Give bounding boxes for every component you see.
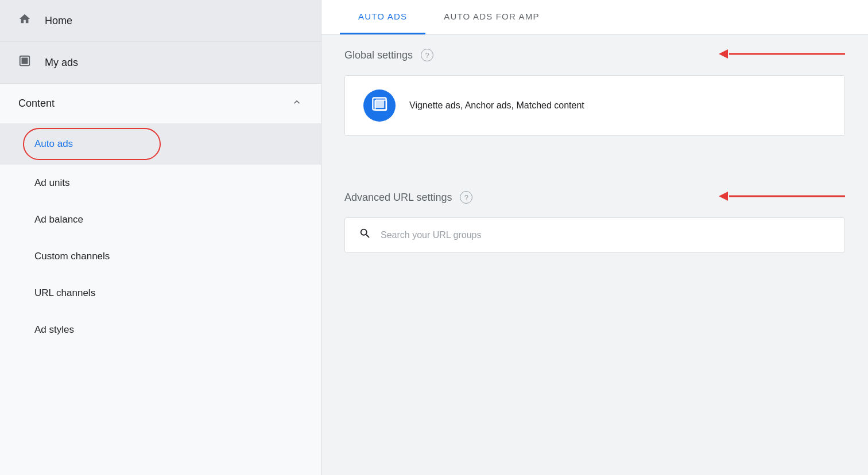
- home-icon: [18, 13, 31, 29]
- ad-unit-icon: [371, 96, 388, 115]
- url-groups-search-card[interactable]: Search your URL groups: [344, 217, 845, 253]
- tab-bar: AUTO ADS AUTO ADS FOR AMP: [321, 0, 868, 35]
- advanced-url-settings-header: Advanced URL settings ?: [321, 177, 868, 217]
- advanced-url-settings-help-icon[interactable]: ?: [460, 191, 472, 204]
- my-ads-icon: [18, 54, 31, 71]
- section-spacer-2: [321, 163, 868, 177]
- ad-balance-label: Ad balance: [34, 214, 83, 225]
- global-settings-card[interactable]: Vignette ads, Anchor ads, Matched conten…: [344, 75, 845, 136]
- global-settings-help-icon[interactable]: ?: [421, 49, 433, 61]
- svg-marker-3: [719, 49, 728, 59]
- url-groups-search-placeholder: Search your URL groups: [381, 230, 482, 240]
- custom-channels-label: Custom channels: [34, 251, 110, 262]
- svg-rect-5: [375, 100, 384, 108]
- sidebar-item-url-channels[interactable]: URL channels: [0, 275, 321, 312]
- sidebar-item-custom-channels[interactable]: Custom channels: [0, 238, 321, 275]
- sidebar-item-ad-balance[interactable]: Ad balance: [0, 201, 321, 238]
- advanced-url-settings-title: Advanced URL settings: [344, 192, 452, 204]
- global-settings-card-text: Vignette ads, Anchor ads, Matched conten…: [409, 100, 584, 111]
- global-settings-title: Global settings: [344, 49, 413, 61]
- advanced-url-settings-content: Search your URL groups: [321, 217, 868, 253]
- sidebar-section-content[interactable]: Content: [0, 84, 321, 123]
- sidebar-item-my-ads[interactable]: My ads: [0, 42, 321, 84]
- main-content: AUTO ADS AUTO ADS FOR AMP Global setting…: [321, 0, 868, 475]
- svg-marker-8: [719, 192, 728, 201]
- sidebar: Home My ads Content Auto ads Ad units Ad…: [0, 0, 321, 475]
- search-icon: [359, 227, 371, 243]
- advanced-url-settings-section: Advanced URL settings ?: [321, 177, 868, 253]
- home-label: Home: [45, 15, 72, 27]
- svg-rect-1: [22, 58, 28, 64]
- tab-auto-ads[interactable]: AUTO ADS: [340, 0, 425, 34]
- auto-ads-label: Auto ads: [34, 133, 73, 155]
- tab-auto-ads-amp[interactable]: AUTO ADS FOR AMP: [425, 0, 557, 34]
- global-settings-header: Global settings ?: [321, 35, 868, 75]
- sidebar-item-auto-ads[interactable]: Auto ads: [0, 123, 321, 165]
- chevron-up-icon: [291, 96, 303, 111]
- section-spacer-1: [321, 150, 868, 163]
- sidebar-item-home[interactable]: Home: [0, 0, 321, 42]
- sidebar-item-ad-units[interactable]: Ad units: [0, 165, 321, 201]
- sidebar-item-ad-styles[interactable]: Ad styles: [0, 312, 321, 348]
- global-settings-content: Vignette ads, Anchor ads, Matched conten…: [321, 75, 868, 136]
- content-area: Global settings ?: [321, 35, 868, 473]
- global-settings-arrow: [719, 46, 845, 64]
- card-icon-circle: [363, 89, 396, 122]
- advanced-url-arrow: [719, 188, 845, 207]
- global-settings-section: Global settings ?: [321, 35, 868, 136]
- ad-units-label: Ad units: [34, 177, 69, 189]
- content-label: Content: [18, 98, 55, 110]
- my-ads-label: My ads: [45, 57, 78, 69]
- url-channels-label: URL channels: [34, 287, 95, 299]
- ad-styles-label: Ad styles: [34, 324, 74, 336]
